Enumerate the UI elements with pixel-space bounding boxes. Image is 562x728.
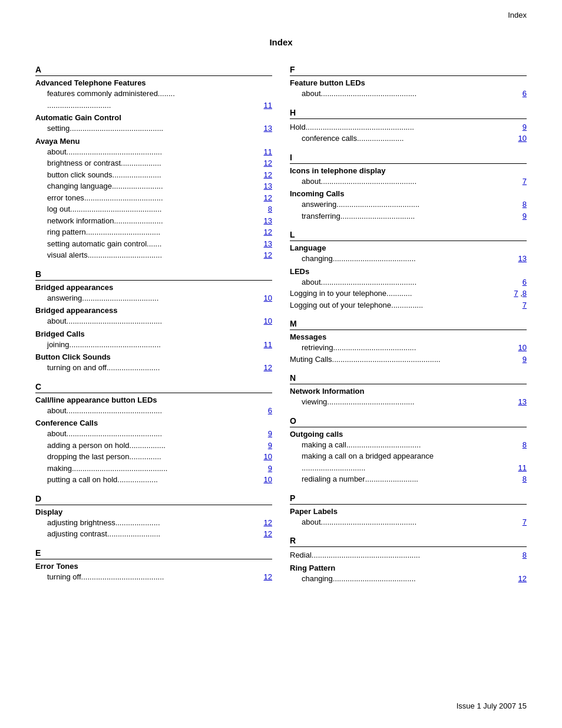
entry-heading: Call/line appearance button LEDs — [35, 396, 272, 404]
entry-text: about — [47, 405, 67, 417]
entry-text: turning off — [47, 571, 81, 583]
entry-page[interactable]: 8 — [516, 199, 527, 210]
entry-page[interactable]: 13 — [262, 180, 272, 192]
index-top-entry: Logging in to your telephone............… — [290, 288, 527, 299]
multi-line-sub: making a call on a bridged appearance...… — [290, 450, 527, 473]
entry-page[interactable]: 13 — [262, 123, 272, 134]
entry-text: about — [302, 276, 321, 288]
entry-text: turning on and off — [47, 362, 107, 374]
index-entry: about...................................… — [35, 315, 272, 327]
entry-text: changing — [302, 573, 333, 585]
entry-dots: ......................... — [107, 362, 262, 374]
entry-text: Logging out of your telephone — [290, 299, 391, 311]
entry-page[interactable]: 9 — [516, 210, 527, 222]
entry-page[interactable]: 7 — [516, 176, 527, 187]
index-entry: retrieving..............................… — [290, 342, 527, 354]
entry-page[interactable]: 12 — [262, 362, 272, 374]
entry-dots: ................................... — [346, 439, 516, 451]
entry-text: conference calls — [302, 133, 357, 144]
entry-heading: Automatic Gain Control — [35, 113, 272, 122]
entry-dots: ........................................… — [67, 428, 262, 440]
entry-page[interactable]: 8 — [262, 203, 272, 215]
entry-pages[interactable]: 7 ,8 — [514, 288, 527, 299]
entry-dots: ............ — [386, 288, 514, 299]
index-entry: about...................................… — [290, 88, 527, 100]
entry-page[interactable]: 13 — [262, 215, 272, 227]
entry-page[interactable]: 12 — [262, 192, 272, 204]
entry-page[interactable]: 13 — [262, 238, 272, 250]
index-section: PPaper Labelsabout......................… — [290, 493, 527, 528]
entry-page[interactable]: 6 — [516, 276, 527, 288]
entry-page[interactable]: 6 — [262, 405, 272, 417]
entry-page[interactable]: 9 — [262, 428, 272, 440]
entry-text: brightness or contrast — [47, 157, 121, 169]
content-area: AAdvanced Telephone Featuresfeatures com… — [0, 65, 562, 592]
index-entry: about...................................… — [35, 146, 272, 158]
entry-page[interactable]: 10 — [516, 133, 527, 144]
index-entry: making a call...........................… — [290, 439, 527, 451]
entry-heading: Advanced Telephone Features — [35, 78, 272, 87]
entry-heading: Network Information — [290, 387, 527, 396]
entry-page[interactable]: 9 — [262, 463, 272, 475]
entry-page[interactable]: 8 — [516, 439, 527, 451]
entry-text: about — [47, 428, 67, 440]
index-entry: about...................................… — [35, 428, 272, 440]
entry-dots: ........................................… — [321, 88, 516, 100]
entry-page[interactable]: 7 — [516, 299, 527, 311]
entry-page[interactable]: 10 — [262, 451, 272, 463]
index-section: DDisplayadjusting brightness............… — [35, 494, 272, 540]
entry-page[interactable]: 13 — [516, 396, 527, 408]
entry-page[interactable]: 12 — [262, 226, 272, 238]
entry-page[interactable]: 12 — [516, 573, 527, 585]
index-entry: Hold....................................… — [290, 121, 527, 133]
section-letter: M — [290, 319, 527, 330]
entry-dots: ................... — [121, 157, 262, 169]
entry-text: Redial — [290, 549, 312, 561]
index-entry: answering...............................… — [290, 199, 527, 210]
entry-text: making a call — [302, 439, 346, 451]
entry-dots: ........................................… — [327, 396, 516, 408]
entry-page[interactable]: 12 — [262, 169, 272, 181]
entry-page[interactable]: 9 — [262, 440, 272, 452]
section-letter: E — [35, 548, 272, 559]
section-letter: L — [290, 230, 527, 241]
index-section: AAdvanced Telephone Featuresfeatures com… — [35, 65, 272, 261]
entry-page[interactable]: 11 — [262, 339, 272, 351]
entry-page[interactable]: 12 — [262, 157, 272, 169]
entry-page[interactable]: 12 — [262, 571, 272, 583]
entry-page[interactable]: 9 — [516, 121, 527, 133]
section-letter: D — [35, 494, 272, 505]
entry-page[interactable]: 10 — [516, 342, 527, 354]
index-entry: about...................................… — [290, 516, 527, 528]
entry-dots: .................................... — [82, 292, 262, 304]
entry-page[interactable]: 12 — [262, 528, 272, 540]
entry-page[interactable]: 10 — [262, 315, 272, 327]
entry-page[interactable]: 13 — [516, 253, 527, 265]
entry-dots: ....................... — [113, 169, 262, 181]
entry-dots: ....................................... — [333, 573, 516, 585]
index-entry: viewing.................................… — [290, 396, 527, 408]
entry-page[interactable]: 12 — [262, 517, 272, 529]
entry-dots: ..................................... — [84, 192, 262, 204]
section-letter: I — [290, 153, 527, 164]
entry-page[interactable]: 10 — [262, 474, 272, 486]
entry-text: error tones — [47, 192, 84, 204]
entry-page[interactable]: 12 — [262, 249, 272, 261]
entry-page[interactable]: 7 — [516, 516, 527, 528]
section-letter: P — [290, 493, 527, 505]
entry-page[interactable]: 11 — [262, 146, 272, 158]
entry-dots: ....................................... — [333, 253, 516, 265]
header-text: Index — [508, 11, 527, 19]
page-header: Index — [0, 0, 562, 19]
entry-text: features commonly administered........ — [47, 88, 272, 100]
entry-page[interactable]: 6 — [516, 88, 527, 100]
entry-text: Hold — [290, 121, 306, 133]
entry-page[interactable]: 9 — [516, 354, 527, 365]
index-entry: setting automatic gain control.......13 — [35, 238, 272, 250]
entry-page[interactable]: 10 — [262, 292, 272, 304]
entry-page[interactable]: 8 — [516, 549, 527, 561]
left-column: AAdvanced Telephone Featuresfeatures com… — [35, 65, 272, 592]
entry-page[interactable]: 8 — [516, 473, 527, 485]
entry-text: about — [302, 88, 321, 100]
entry-dots: ............... — [129, 451, 262, 463]
